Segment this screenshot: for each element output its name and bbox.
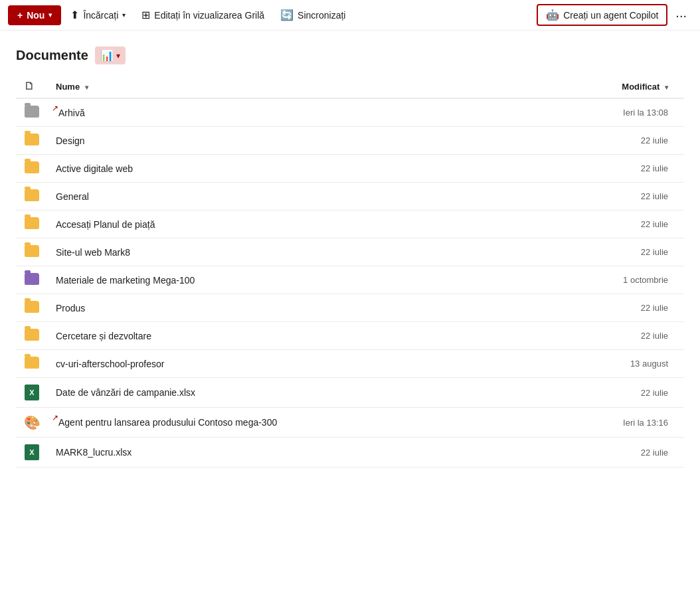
file-name-cell: Accesați Planul de piață [48, 211, 539, 238]
table-row[interactable]: Cercetare și dezvoltare22 iulie [16, 322, 684, 350]
file-modified: 22 iulie [539, 294, 684, 322]
file-modified: Ieri la 13:16 [539, 408, 684, 438]
page-title: Documente [16, 48, 88, 63]
file-modified: 22 iulie [539, 183, 684, 211]
file-icon-cell [16, 238, 48, 266]
file-icon-cell [16, 127, 48, 155]
folder-purple-icon [25, 273, 39, 285]
view-toggle-button[interactable]: 📊 ▾ [95, 46, 126, 64]
copilot-file-icon: 🎨 [24, 414, 40, 430]
file-name: Agent pentru lansarea produsului Contoso… [58, 417, 277, 428]
copilot-button[interactable]: 🤖 Creați un agent Copilot [537, 4, 667, 26]
file-name-cell: Site-ul web Mark8 [48, 238, 539, 266]
file-name: General [56, 191, 89, 202]
table-row[interactable]: Design22 iulie [16, 127, 684, 155]
file-name-cell: Produs [48, 294, 539, 322]
file-name: Materiale de marketing Mega-100 [56, 275, 195, 286]
file-name: Site-ul web Mark8 [56, 247, 130, 258]
folder-icon [25, 133, 39, 145]
col-name-label: Nume [56, 82, 80, 92]
more-icon: ··· [675, 8, 687, 23]
file-name-cell: Active digitale web [48, 155, 539, 183]
bar-chart-icon: 📊 [100, 49, 114, 62]
file-modified: 22 iulie [539, 438, 684, 468]
file-modified: 22 iulie [539, 238, 684, 266]
sync-icon: 🔄 [280, 9, 294, 21]
folder-icon [25, 217, 39, 229]
table-row[interactable]: XDate de vânzări de campanie.xlsx22 iuli… [16, 378, 684, 408]
toolbar: + Nou ▾ ⬆ Încărcați ▾ ⊞ Editați în vizua… [0, 0, 700, 31]
page-content: Documente 📊 ▾ 🗋 Nume ▾ Modificat ▾ [0, 31, 700, 468]
file-icon-cell: X [16, 378, 48, 408]
file-name: Arhivă [58, 108, 85, 118]
excel-icon: X [25, 385, 39, 400]
new-button[interactable]: + Nou ▾ [8, 5, 61, 25]
file-modified: Ieri la 13:08 [539, 98, 684, 127]
folder-icon [25, 301, 39, 313]
file-name-cell: ↗Agent pentru lansarea produsului Contos… [48, 408, 539, 438]
table-row[interactable]: XMARK8_lucru.xlsx22 iulie [16, 438, 684, 468]
file-icon-cell [16, 183, 48, 211]
file-name: cv-uri-afterschool-profesor [56, 359, 164, 369]
table-row[interactable]: Site-ul web Mark822 iulie [16, 238, 684, 266]
upload-icon: ⬆ [70, 9, 79, 21]
file-name-cell: Cercetare și dezvoltare [48, 322, 539, 350]
sync-label: Sincronizați [298, 10, 345, 21]
file-name-cell: Design [48, 127, 539, 155]
file-icon-cell [16, 266, 48, 294]
table-row[interactable]: Active digitale web22 iulie [16, 155, 684, 183]
shortcut-arrow-icon: ↗ [52, 413, 58, 422]
file-type-icon: 🗋 [24, 80, 35, 92]
sync-button[interactable]: 🔄 Sincronizați [274, 5, 352, 25]
file-name: Cercetare și dezvoltare [56, 331, 151, 341]
file-name-cell: Date de vânzări de campanie.xlsx [48, 378, 539, 408]
file-icon-cell [16, 294, 48, 322]
file-name-cell: MARK8_lucru.xlsx [48, 438, 539, 468]
table-row[interactable]: Produs22 iulie [16, 294, 684, 322]
file-icon-cell [16, 98, 48, 127]
col-header-checkbox: 🗋 [16, 75, 48, 98]
file-icon-cell [16, 211, 48, 238]
file-name: Accesați Planul de piață [56, 219, 155, 230]
edit-grid-button[interactable]: ⊞ Editați în vizualizarea Grilă [135, 5, 271, 25]
more-options-button[interactable]: ··· [670, 6, 692, 25]
file-modified: 22 iulie [539, 211, 684, 238]
upload-chevron-icon: ▾ [122, 11, 126, 19]
folder-icon [25, 357, 39, 369]
grid-icon: ⊞ [141, 9, 150, 21]
file-name-cell: ↗Arhivă [48, 98, 539, 127]
file-name: Produs [56, 303, 85, 313]
file-name: Design [56, 135, 85, 146]
col-header-name[interactable]: Nume ▾ [48, 75, 539, 98]
file-list: 🗋 Nume ▾ Modificat ▾ ↗ArhivăIeri la 13:0… [16, 75, 684, 468]
folder-icon [25, 329, 39, 341]
folder-gray-icon [25, 106, 39, 118]
edit-grid-label: Editați în vizualizarea Grilă [154, 10, 264, 21]
table-row[interactable]: 🎨↗Agent pentru lansarea produsului Conto… [16, 408, 684, 438]
file-name-cell: cv-uri-afterschool-profesor [48, 350, 539, 378]
file-modified: 22 iulie [539, 378, 684, 408]
table-row[interactable]: General22 iulie [16, 183, 684, 211]
folder-icon [25, 161, 39, 173]
file-modified: 1 octombrie [539, 266, 684, 294]
folder-icon [25, 245, 39, 257]
upload-label: Încărcați [83, 10, 118, 21]
view-chevron-icon: ▾ [116, 51, 120, 60]
file-name-cell: General [48, 183, 539, 211]
file-modified: 22 iulie [539, 127, 684, 155]
file-icon-cell: X [16, 438, 48, 468]
table-row[interactable]: cv-uri-afterschool-profesor13 august [16, 350, 684, 378]
copilot-icon: 🤖 [546, 9, 559, 21]
copilot-label: Creați un agent Copilot [563, 10, 658, 21]
file-icon-cell [16, 350, 48, 378]
upload-button[interactable]: ⬆ Încărcați ▾ [64, 5, 132, 25]
col-header-modified[interactable]: Modificat ▾ [539, 75, 684, 98]
file-modified: 22 iulie [539, 155, 684, 183]
folder-icon [25, 189, 39, 201]
sort-icon: ▾ [85, 84, 88, 91]
file-modified: 22 iulie [539, 322, 684, 350]
table-row[interactable]: Accesați Planul de piață22 iulie [16, 211, 684, 238]
col-modified-label: Modificat [622, 82, 659, 92]
table-row[interactable]: ↗ArhivăIeri la 13:08 [16, 98, 684, 127]
table-row[interactable]: Materiale de marketing Mega-1001 octombr… [16, 266, 684, 294]
